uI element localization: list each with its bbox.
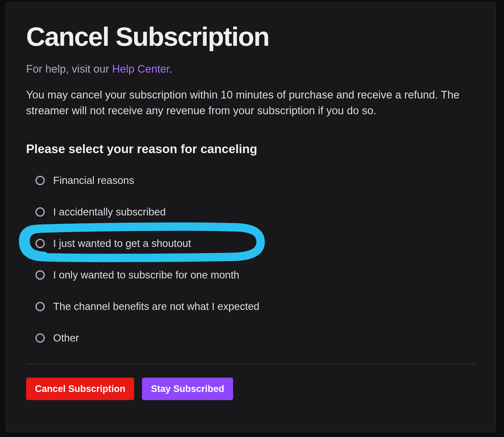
cancel-subscription-panel: Cancel Subscription For help, visit our …	[6, 2, 496, 432]
page-title: Cancel Subscription	[26, 23, 475, 50]
reason-label: The channel benefits are not what I expe…	[53, 301, 259, 312]
reason-option-financial[interactable]: Financial reasons	[35, 175, 475, 186]
cancel-reason-radio-group: Financial reasons I accidentally subscri…	[26, 175, 475, 344]
action-button-row: Cancel Subscription Stay Subscribed	[26, 378, 475, 400]
reason-option-accidental[interactable]: I accidentally subscribed	[35, 206, 475, 218]
radio-icon	[35, 333, 45, 343]
reason-option-shoutout[interactable]: I just wanted to get a shoutout	[35, 238, 475, 249]
reason-label: I just wanted to get a shoutout	[53, 238, 191, 249]
help-suffix: .	[169, 63, 172, 75]
help-line: For help, visit our Help Center.	[26, 63, 475, 75]
reason-option-other[interactable]: Other	[35, 332, 475, 344]
reason-heading: Please select your reason for canceling	[26, 142, 475, 156]
help-center-link[interactable]: Help Center	[112, 63, 169, 75]
help-prefix: For help, visit our	[26, 63, 112, 75]
stay-subscribed-button[interactable]: Stay Subscribed	[142, 378, 233, 400]
divider	[26, 364, 475, 364]
radio-icon	[35, 176, 45, 185]
radio-icon	[35, 239, 45, 248]
reason-label: I accidentally subscribed	[53, 206, 166, 218]
radio-icon	[35, 302, 45, 311]
radio-icon	[35, 207, 45, 217]
reason-option-benefits[interactable]: The channel benefits are not what I expe…	[35, 301, 475, 312]
reason-label: I only wanted to subscribe for one month	[53, 269, 239, 281]
reason-option-one-month[interactable]: I only wanted to subscribe for one month	[35, 269, 475, 281]
refund-notice: You may cancel your subscription within …	[26, 87, 475, 118]
reason-label: Other	[53, 332, 79, 344]
reason-label: Financial reasons	[53, 175, 134, 186]
cancel-subscription-button[interactable]: Cancel Subscription	[26, 378, 134, 400]
radio-icon	[35, 270, 45, 280]
